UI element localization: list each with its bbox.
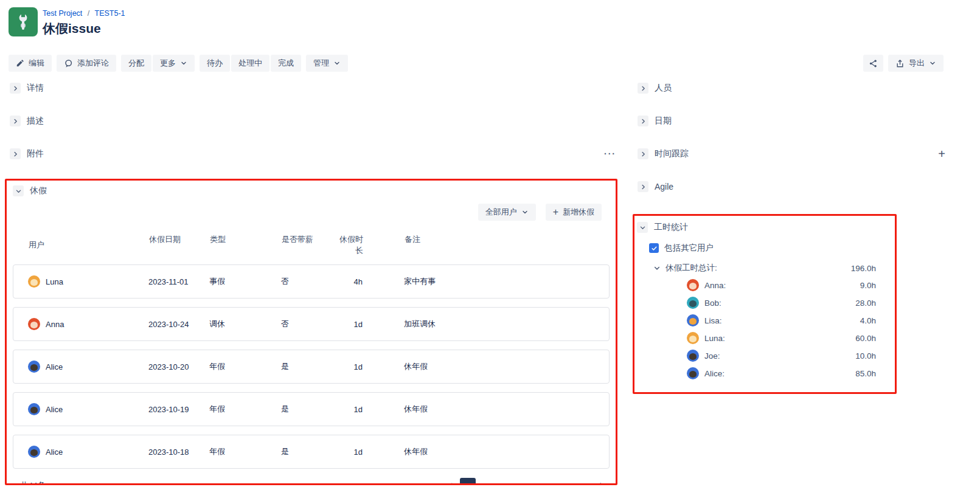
table-row[interactable]: Alice 2023-10-18 年假 是 1d 休年假 (13, 435, 610, 469)
column-header-paid: 是否带薪 (282, 234, 333, 256)
column-header-user: 用户 (29, 234, 149, 256)
vacation-total-value: 196.0h (851, 264, 876, 273)
stats-user-value: 9.0h (860, 281, 876, 290)
pagination-page-5[interactable]: 5 (538, 478, 554, 485)
add-vacation-label: 新增休假 (563, 207, 594, 218)
issue-body: 详情 描述 附件 ··· 休假 (0, 80, 980, 485)
section-attachments-label: 附件 (27, 148, 44, 159)
chevron-right-icon[interactable] (10, 83, 21, 94)
stats-panel-header: 工时统计 (637, 222, 895, 233)
user-filter-dropdown[interactable]: 全部用户 (478, 204, 536, 221)
worklog-stats-panel: 工时统计 包括其它用户 休假工时总计: 196.0h Anna (633, 214, 897, 394)
chevron-down-icon[interactable] (637, 222, 648, 233)
user-avatar (28, 318, 40, 330)
chevron-right-icon[interactable] (638, 116, 648, 126)
vacation-total-label: 休假工时总计: (665, 263, 717, 274)
stats-user-value: 28.0h (855, 299, 876, 308)
chevron-right-icon[interactable] (638, 148, 648, 159)
add-time-icon[interactable]: + (938, 148, 945, 160)
share-button[interactable] (863, 55, 883, 72)
add-vacation-button[interactable]: + 新增休假 (546, 204, 602, 221)
table-row[interactable]: Luna 2023-11-01 事假 否 4h 家中有事 (13, 264, 610, 299)
section-attachments: 附件 ··· (5, 146, 617, 162)
include-other-users-label: 包括其它用户 (664, 243, 714, 254)
column-header-duration: 休假时长 (333, 234, 363, 256)
export-label: 导出 (909, 58, 925, 69)
cell-user: Anna (46, 320, 64, 329)
add-comment-label: 添加评论 (77, 58, 109, 69)
stats-panel-title: 工时统计 (654, 222, 688, 233)
more-options-icon[interactable]: ··· (604, 149, 616, 159)
export-button[interactable]: 导出 (888, 55, 944, 72)
assign-group: 分配 更多 (121, 55, 195, 72)
section-details-label: 详情 (27, 83, 44, 94)
cell-note: 休年假 (363, 446, 609, 457)
comment-icon (64, 59, 73, 68)
stats-user-name: Lisa: (704, 316, 722, 325)
chevron-right-icon[interactable] (638, 181, 648, 192)
pagination-prev-button[interactable] (445, 482, 456, 485)
user-avatar (687, 367, 699, 379)
include-other-users-checkbox[interactable]: 包括其它用户 (649, 243, 895, 254)
vacation-panel-header: 休假 (13, 185, 610, 196)
breadcrumb-issue-link[interactable]: TEST5-1 (95, 9, 125, 18)
section-time-tracking: 时间跟踪 + (633, 146, 945, 162)
total-count: 共44条 (20, 480, 46, 485)
pagination-ellipsis[interactable]: ... (557, 478, 573, 485)
user-avatar (687, 297, 699, 309)
assign-button[interactable]: 分配 (121, 55, 151, 72)
chevron-right-icon[interactable] (638, 83, 648, 94)
section-description: 描述 (5, 113, 617, 129)
right-column: 人员 日期 时间跟踪 + Agile (633, 80, 980, 485)
stats-user-item: Alice: 85.0h (687, 367, 876, 379)
stats-user-name: Alice: (704, 369, 725, 378)
cell-user: Luna (46, 277, 63, 286)
section-agile: Agile (633, 179, 945, 195)
chevron-down-icon (333, 60, 341, 67)
more-button[interactable]: 更多 (153, 55, 195, 72)
share-icon (869, 59, 878, 68)
vacation-actions: 全部用户 + 新增休假 (13, 204, 610, 221)
chevron-down-icon[interactable] (13, 185, 24, 196)
cell-date: 2023-10-24 (148, 320, 209, 329)
stats-user-item: Bob: 28.0h (687, 297, 876, 309)
table-row[interactable]: Alice 2023-10-19 年假 是 1d 休年假 (13, 392, 610, 426)
chevron-right-icon[interactable] (10, 116, 21, 126)
table-row[interactable]: Alice 2023-10-20 年假 是 1d 休年假 (13, 350, 610, 384)
cell-user: Alice (46, 447, 63, 457)
more-label: 更多 (160, 58, 176, 69)
workflow-group: 待办 处理中 完成 (200, 55, 301, 72)
done-button[interactable]: 完成 (271, 55, 301, 72)
stats-user-item: Joe: 10.0h (687, 350, 876, 362)
stats-user-value: 4.0h (860, 316, 876, 325)
wrench-icon (13, 12, 33, 32)
todo-button[interactable]: 待办 (200, 55, 230, 72)
pagination-page-4[interactable]: 4 (518, 478, 534, 485)
in-progress-button[interactable]: 处理中 (231, 55, 269, 72)
pagination-page-9[interactable]: 9 (577, 478, 593, 485)
add-comment-button[interactable]: 添加评论 (57, 55, 116, 72)
checkbox-icon (649, 243, 659, 253)
pagination-page-3[interactable]: 3 (499, 478, 515, 485)
breadcrumb: Test Project / TEST5-1 (43, 9, 125, 18)
project-avatar[interactable] (9, 7, 38, 36)
pagination-next-button[interactable] (596, 482, 607, 485)
stats-user-item: Lisa: 4.0h (687, 314, 876, 326)
pagination-page-1[interactable]: 1 (460, 478, 476, 485)
section-people-label: 人员 (655, 83, 672, 94)
section-time-tracking-label: 时间跟踪 (655, 148, 689, 159)
edit-button[interactable]: 编辑 (9, 55, 52, 72)
stats-user-value: 85.0h (855, 369, 876, 378)
pagination-page-2[interactable]: 2 (479, 478, 495, 485)
stats-user-name: Anna: (704, 281, 726, 290)
chevron-down-icon[interactable] (653, 264, 661, 272)
breadcrumb-separator: / (88, 9, 89, 18)
cell-note: 休年假 (363, 404, 609, 415)
chevron-right-icon[interactable] (10, 148, 21, 159)
vacation-table-header: 用户 休假日期 类型 是否带薪 休假时长 备注 (13, 234, 610, 256)
table-row[interactable]: Anna 2023-10-24 调休 否 1d 加班调休 (13, 307, 610, 341)
cell-note: 休年假 (363, 361, 609, 372)
breadcrumb-project-link[interactable]: Test Project (43, 9, 82, 18)
manage-button[interactable]: 管理 (306, 55, 348, 72)
cell-user: Alice (46, 362, 63, 371)
